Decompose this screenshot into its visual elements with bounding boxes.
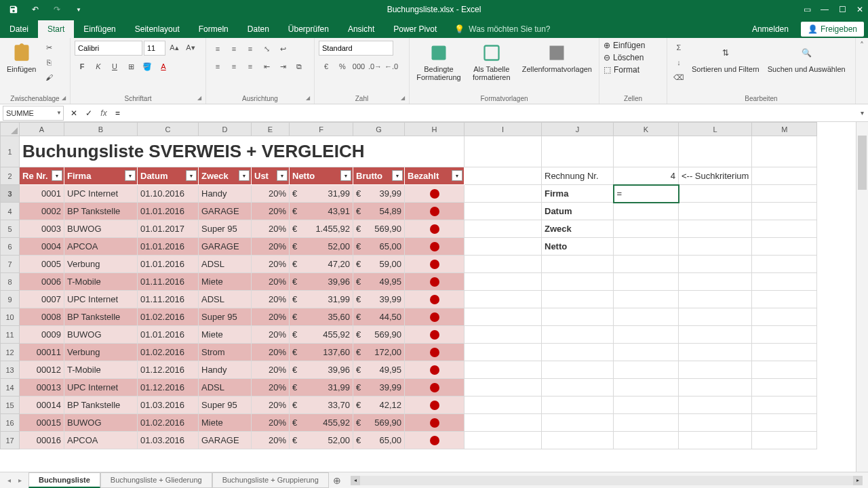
name-box[interactable]: SUMME ▼ [3, 106, 64, 121]
sheet-nav-last-icon[interactable]: ▸ [15, 476, 24, 484]
table-cell[interactable]: € 49,95 [353, 361, 405, 379]
align-launcher-icon[interactable]: ◢ [306, 95, 310, 101]
table-cell[interactable]: 20% [252, 308, 290, 326]
align-right-icon[interactable]: ≡ [243, 60, 258, 73]
table-cell[interactable]: 01.12.2016 [138, 361, 199, 379]
table-cell[interactable]: UPC Internet [64, 379, 138, 396]
table-cell[interactable]: Handy [199, 185, 252, 203]
table-cell[interactable]: € 569,90 [353, 220, 405, 238]
row-header[interactable]: 4 [1, 203, 20, 220]
table-cell[interactable]: 20% [252, 291, 290, 308]
col-header-I[interactable]: I [465, 123, 542, 136]
table-cell[interactable]: BP Tankstelle [64, 308, 138, 326]
table-cell[interactable]: Strom [199, 344, 252, 361]
table-cell[interactable]: BUWOG [64, 220, 138, 238]
table-cell[interactable]: 20% [252, 396, 290, 414]
paid-indicator[interactable] [405, 379, 465, 396]
paste-button[interactable]: Einfügen [4, 41, 39, 75]
row-header[interactable]: 10 [1, 308, 20, 326]
table-cell[interactable]: 01.01.2016 [138, 238, 199, 256]
table-cell[interactable]: € 52,00 [290, 432, 353, 449]
paid-indicator[interactable] [405, 396, 465, 414]
table-cell[interactable]: € 39,96 [290, 273, 353, 291]
underline-button[interactable]: U [107, 60, 122, 73]
cancel-edit-icon[interactable]: ✕ [66, 108, 81, 118]
lookup-value[interactable]: 4 [614, 167, 679, 185]
table-cell[interactable]: 01.03.2016 [138, 432, 199, 449]
table-cell[interactable]: BP Tankstelle [64, 203, 138, 220]
cell-styles-button[interactable]: Zellenformatvorlagen [519, 41, 595, 75]
format-cells-button[interactable]: ⬚Format [604, 65, 645, 75]
fx-icon[interactable]: fx [96, 108, 111, 118]
table-header[interactable]: Ust▼ [252, 167, 290, 185]
table-cell[interactable]: BUWOG [64, 326, 138, 344]
horizontal-scrollbar[interactable]: ◂▸ [351, 476, 863, 485]
tab-formulas[interactable]: Formeln [189, 20, 238, 38]
filter-icon[interactable]: ▼ [125, 170, 136, 181]
conditional-format-button[interactable]: Bedingte Formatierung [414, 41, 464, 83]
percent-icon[interactable]: % [335, 60, 350, 73]
minimize-icon[interactable]: — [816, 3, 833, 16]
tab-insert[interactable]: Einfügen [74, 20, 125, 38]
table-cell[interactable]: 01.01.2016 [138, 203, 199, 220]
tab-review[interactable]: Überprüfen [279, 20, 338, 38]
sheet-tab-3[interactable]: Buchungsliste + Gruppierung [212, 472, 329, 488]
paid-indicator[interactable] [405, 220, 465, 238]
table-cell[interactable]: Verbung [64, 256, 138, 273]
table-header[interactable]: Re Nr.▼ [20, 167, 64, 185]
table-cell[interactable]: 20% [252, 326, 290, 344]
table-cell[interactable]: 01.01.2017 [138, 220, 199, 238]
table-cell[interactable]: 01.11.2016 [138, 273, 199, 291]
table-header[interactable]: Zweck▼ [199, 167, 252, 185]
table-cell[interactable]: GARAGE [199, 238, 252, 256]
align-middle-icon[interactable]: ≡ [226, 42, 241, 56]
tab-file[interactable]: Datei [0, 20, 38, 38]
number-format-select[interactable] [319, 41, 393, 56]
format-as-table-button[interactable]: Als Tabelle formatieren [467, 41, 517, 83]
table-cell[interactable]: Verbung [64, 344, 138, 361]
shrink-font-icon[interactable]: A▾ [183, 41, 198, 54]
table-cell[interactable]: 20% [252, 361, 290, 379]
table-cell[interactable]: € 59,00 [353, 256, 405, 273]
table-cell[interactable]: € 31,99 [290, 379, 353, 396]
table-cell[interactable]: ADSL [199, 291, 252, 308]
paid-indicator[interactable] [405, 326, 465, 344]
table-cell[interactable]: 00011 [20, 344, 64, 361]
sheet-tab-2[interactable]: Buchungsliste + Gliederung [100, 472, 212, 488]
sign-in-link[interactable]: Anmelden [743, 20, 798, 38]
lookup-hint[interactable]: <-- Suchkriterium [679, 167, 752, 185]
tab-home[interactable]: Start [38, 20, 74, 38]
col-header-A[interactable]: A [20, 123, 64, 136]
table-cell[interactable]: € 43,91 [290, 203, 353, 220]
table-cell[interactable]: 01.01.2016 [138, 326, 199, 344]
table-cell[interactable]: 20% [252, 256, 290, 273]
row-header[interactable]: 12 [1, 344, 20, 361]
table-cell[interactable]: 0005 [20, 256, 64, 273]
lookup-title[interactable]: Rechnung Nr. [542, 167, 614, 185]
table-cell[interactable]: 20% [252, 238, 290, 256]
chevron-down-icon[interactable]: ▼ [56, 110, 62, 116]
table-cell[interactable]: Handy [199, 361, 252, 379]
table-cell[interactable]: € 31,99 [290, 185, 353, 203]
table-cell[interactable]: 00013 [20, 379, 64, 396]
table-cell[interactable]: € 65,00 [353, 238, 405, 256]
filter-icon[interactable]: ▼ [239, 170, 250, 181]
table-cell[interactable]: € 455,92 [290, 414, 353, 432]
row-header[interactable]: 11 [1, 326, 20, 344]
paid-indicator[interactable] [405, 256, 465, 273]
sheet-tab-active[interactable]: Buchungsliste [28, 472, 100, 488]
table-header[interactable]: Netto▼ [290, 167, 353, 185]
fill-icon[interactable]: ↓ [671, 56, 686, 69]
table-cell[interactable]: 01.12.2016 [138, 379, 199, 396]
table-cell[interactable]: € 455,92 [290, 326, 353, 344]
row-header[interactable]: 16 [1, 414, 20, 432]
table-cell[interactable]: APCOA [64, 238, 138, 256]
table-cell[interactable]: € 569,90 [353, 326, 405, 344]
paid-indicator[interactable] [405, 344, 465, 361]
grow-font-icon[interactable]: A▴ [167, 41, 182, 54]
filter-icon[interactable]: ▼ [452, 170, 462, 181]
table-cell[interactable]: € 42,12 [353, 396, 405, 414]
save-icon[interactable] [5, 3, 22, 16]
ribbon-options-icon[interactable]: ▭ [799, 3, 815, 16]
lookup-label[interactable]: Zweck [542, 220, 614, 238]
